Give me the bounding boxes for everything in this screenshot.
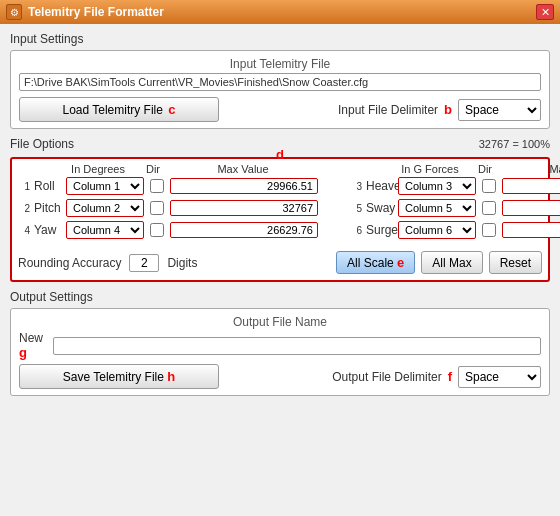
- yaw-dir-checkbox[interactable]: [150, 223, 164, 237]
- surge-max-value[interactable]: [502, 222, 560, 238]
- output-file-input[interactable]: [53, 337, 541, 355]
- title-bar: ⚙ Telemitry File Formatter ✕: [0, 0, 560, 24]
- input-delimiter-annotation: b: [444, 102, 452, 117]
- output-delimiter-select[interactable]: Space Tab Comma Semicolon: [458, 366, 541, 388]
- sway-max-value[interactable]: [502, 200, 560, 216]
- output-delimiter-annotation: f: [448, 369, 452, 384]
- right-max-label: Max Value: [500, 163, 560, 175]
- sway-row: 5 Sway Column 1Column 2Column 3Column 4C…: [350, 199, 560, 217]
- output-delimiter-row: Output File Delimiter f Space Tab Comma …: [332, 366, 541, 388]
- left-max-label: Max Value: [168, 163, 318, 175]
- roll-max-value[interactable]: [170, 178, 318, 194]
- right-col-headers: In G Forces Dir Max Value: [350, 163, 560, 175]
- heave-column-select[interactable]: Column 1Column 2Column 3Column 4Column 5…: [398, 177, 476, 195]
- load-button[interactable]: Load Telemitry File c: [19, 97, 219, 122]
- left-dir-label: Dir: [142, 163, 164, 175]
- pitch-column-select[interactable]: Column 1Column 2Column 3Column 4Column 5…: [66, 199, 144, 217]
- heave-max-value[interactable]: [502, 178, 560, 194]
- save-row: Save Telemitry File h Output File Delimi…: [19, 364, 541, 389]
- input-file-label: Input Telemitry File: [19, 57, 541, 71]
- roll-row: 1 Roll Column 1Column 2Column 3Column 4C…: [18, 177, 318, 195]
- output-new-label: New g: [19, 331, 47, 360]
- pitch-dir-checkbox[interactable]: [150, 201, 164, 215]
- sway-dir-checkbox[interactable]: [482, 201, 496, 215]
- roll-column-select[interactable]: Column 1Column 2Column 3Column 4Column 5…: [66, 177, 144, 195]
- load-row: Load Telemitry File c Input File Delimit…: [19, 97, 541, 122]
- input-settings-label: Input Settings: [10, 32, 550, 46]
- output-file-row: New g: [19, 331, 541, 360]
- save-annotation: h: [167, 369, 175, 384]
- surge-dir-checkbox[interactable]: [482, 223, 496, 237]
- allscale-annotation: e: [397, 255, 404, 270]
- rounding-row: Rounding Accuracy Digits All Scale e All…: [18, 251, 542, 274]
- output-new-annotation: g: [19, 345, 27, 360]
- in-gforces-label: In G Forces: [390, 163, 470, 175]
- load-annotation: c: [168, 102, 175, 117]
- left-col-headers: In Degrees Dir Max Value: [18, 163, 318, 175]
- digits-label: Digits: [167, 256, 197, 270]
- in-degrees-label: In Degrees: [58, 163, 138, 175]
- input-delimiter-label: Input File Delimiter: [338, 103, 438, 117]
- right-dir-label: Dir: [474, 163, 496, 175]
- input-delimiter-select[interactable]: Space Tab Comma Semicolon: [458, 99, 541, 121]
- pitch-max-value[interactable]: [170, 200, 318, 216]
- close-button[interactable]: ✕: [536, 4, 554, 20]
- main-content: Input Settings Input Telemitry File Load…: [0, 24, 560, 412]
- all-scale-button[interactable]: All Scale e: [336, 251, 415, 274]
- scale-info: 32767 = 100%: [479, 138, 550, 150]
- action-buttons: All Scale e All Max Reset: [336, 251, 542, 274]
- output-settings-label: Output Settings: [10, 290, 550, 304]
- heave-row: 3 Heave Column 1Column 2Column 3Column 4…: [350, 177, 560, 195]
- heave-dir-checkbox[interactable]: [482, 179, 496, 193]
- yaw-max-value[interactable]: [170, 222, 318, 238]
- file-options-label: File Options: [10, 137, 74, 151]
- right-panel: In G Forces Dir Max Value 3 Heave Column…: [350, 163, 560, 243]
- pitch-row: 2 Pitch Column 1Column 2Column 3Column 4…: [18, 199, 318, 217]
- surge-column-select[interactable]: Column 1Column 2Column 3Column 4Column 5…: [398, 221, 476, 239]
- reset-button[interactable]: Reset: [489, 251, 542, 274]
- rounding-label: Rounding Accuracy: [18, 256, 121, 270]
- all-max-button[interactable]: All Max: [421, 251, 482, 274]
- left-panel: In Degrees Dir Max Value 1 Roll Column 1…: [18, 163, 318, 243]
- input-settings-group: Input Telemitry File Load Telemitry File…: [10, 50, 550, 129]
- roll-dir-checkbox[interactable]: [150, 179, 164, 193]
- columns-area: In Degrees Dir Max Value 1 Roll Column 1…: [18, 163, 542, 243]
- app-icon: ⚙: [6, 4, 22, 20]
- input-file-field[interactable]: [19, 73, 541, 91]
- output-delimiter-label: Output File Delimiter: [332, 370, 441, 384]
- rounding-input[interactable]: [129, 254, 159, 272]
- yaw-row: 4 Yaw Column 1Column 2Column 3Column 4Co…: [18, 221, 318, 239]
- yaw-column-select[interactable]: Column 1Column 2Column 3Column 4Column 5…: [66, 221, 144, 239]
- output-file-label: Output File Name: [19, 315, 541, 329]
- sway-column-select[interactable]: Column 1Column 2Column 3Column 4Column 5…: [398, 199, 476, 217]
- title-bar-text: Telemitry File Formatter: [28, 5, 536, 19]
- surge-row: 6 Surge Column 1Column 2Column 3Column 4…: [350, 221, 560, 239]
- output-settings-group: Output File Name New g Save Telemitry Fi…: [10, 308, 550, 396]
- input-delimiter-row: Input File Delimiter b Space Tab Comma S…: [338, 99, 541, 121]
- save-button[interactable]: Save Telemitry File h: [19, 364, 219, 389]
- file-options-annotation: d: [276, 147, 284, 162]
- file-options-group: d In Degrees Dir Max Value 1 Roll Column…: [10, 157, 550, 282]
